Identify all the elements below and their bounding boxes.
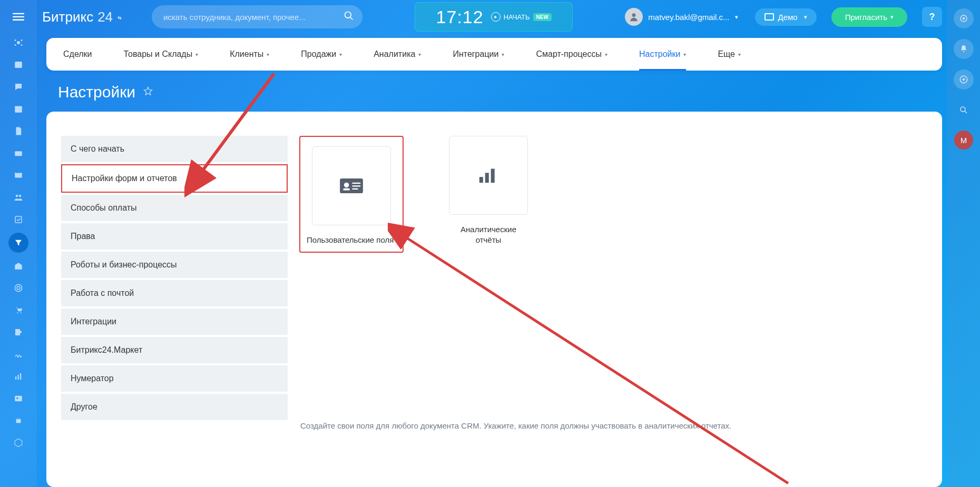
tile-custom-fields[interactable]: Пользовательские поля (299, 136, 404, 253)
nav-tab-products[interactable]: Товары и Склады▾ (124, 38, 199, 71)
arrows-icon[interactable] (954, 69, 974, 90)
target-icon[interactable] (8, 279, 29, 297)
drive-icon[interactable] (8, 144, 29, 162)
svg-rect-37 (352, 188, 358, 190)
svg-rect-23 (20, 373, 21, 380)
nav-tab-settings[interactable]: Настройки▾ (639, 38, 686, 71)
nav-tab-sales[interactable]: Продажи▾ (301, 38, 342, 71)
checkbox-icon[interactable] (8, 211, 29, 228)
cube-icon[interactable] (8, 434, 29, 452)
nav-tab-integrations[interactable]: Интеграции▾ (453, 38, 504, 71)
filter-icon[interactable] (8, 233, 28, 253)
tile-analytic-reports[interactable]: Аналитические отчёты (449, 136, 528, 253)
svg-point-19 (20, 312, 21, 313)
nav-tabs: Сделки Товары и Склады▾ Клиенты▾ Продажи… (46, 38, 942, 71)
chevron-down-icon: ▾ (804, 14, 807, 21)
star-icon[interactable] (143, 86, 153, 98)
tile-label: Аналитические отчёты (449, 224, 528, 246)
svg-point-16 (15, 284, 22, 292)
avatar-badge[interactable]: M (954, 131, 973, 150)
chevron-down-icon: ▾ (890, 14, 894, 21)
bell-icon[interactable] (954, 39, 974, 59)
search-icon[interactable] (344, 11, 356, 23)
nav-tab-deals[interactable]: Сделки (63, 38, 92, 71)
svg-point-14 (19, 195, 22, 197)
description-text: Создайте свои поля для любого документа … (299, 421, 927, 430)
user-menu[interactable]: matvey.bakl@gmail.c... ▾ (625, 8, 738, 26)
clock-start-button[interactable]: НАЧАТЬ NEW (491, 12, 552, 22)
svg-rect-1 (13, 16, 24, 17)
nav-tab-clients[interactable]: Клиенты▾ (230, 38, 269, 71)
clock-widget[interactable]: 17:12 НАЧАТЬ NEW (415, 2, 573, 32)
svg-rect-10 (15, 106, 22, 108)
svg-point-17 (17, 286, 20, 290)
help-button[interactable]: ? (922, 7, 942, 27)
svg-point-5 (21, 39, 23, 41)
svg-rect-38 (479, 177, 483, 183)
svg-point-33 (344, 183, 349, 187)
svg-point-28 (19, 418, 21, 419)
stats-icon[interactable] (8, 367, 29, 385)
id-card-icon (312, 146, 391, 225)
invite-label: Пригласить (845, 13, 887, 22)
warehouse-icon[interactable] (8, 257, 29, 275)
svg-rect-2 (13, 19, 24, 21)
nav-tab-smart-processes[interactable]: Смарт-процессы▾ (536, 38, 607, 71)
svg-rect-34 (343, 188, 350, 191)
cart-icon[interactable] (8, 301, 29, 319)
settings-menu-item-forms-reports[interactable]: Настройки форм и отчетов (61, 164, 288, 193)
search-input[interactable] (152, 5, 362, 28)
copilot-icon[interactable] (954, 8, 974, 28)
screen-icon (765, 13, 774, 21)
activity-stream-icon[interactable] (8, 34, 29, 52)
search-container (152, 5, 362, 28)
avatar-icon (625, 8, 643, 26)
calendar-day-icon[interactable] (8, 56, 29, 74)
document-icon[interactable] (8, 122, 29, 140)
svg-line-41 (404, 236, 788, 483)
settings-menu-item-robots[interactable]: Роботы и бизнес-процессы (61, 252, 288, 278)
svg-point-7 (21, 44, 23, 46)
svg-point-13 (16, 195, 18, 197)
chat-icon[interactable] (8, 78, 29, 96)
page-title-row: Настройки (37, 71, 947, 112)
brand-suffix: 24 (97, 9, 113, 25)
svg-rect-24 (15, 396, 22, 402)
left-rail (0, 0, 37, 487)
demo-button[interactable]: Демо ▾ (755, 8, 817, 26)
brand-settings-icon[interactable] (116, 9, 123, 25)
settings-menu: С чего начать Настройки форм и отчетов С… (61, 136, 288, 472)
nav-tab-more[interactable]: Еще▾ (718, 38, 741, 71)
settings-menu-item-start[interactable]: С чего начать (61, 136, 288, 162)
content-panel: С чего начать Настройки форм и отчетов С… (46, 112, 942, 487)
android-icon[interactable] (8, 412, 29, 430)
right-rail: M (947, 0, 980, 487)
settings-menu-item-mail[interactable]: Работа с почтой (61, 280, 288, 306)
chevron-down-icon: ▾ (735, 14, 738, 21)
settings-menu-item-other[interactable]: Другое (61, 394, 288, 420)
calendar-icon[interactable] (8, 100, 29, 118)
settings-menu-item-numerator[interactable]: Нумератор (61, 365, 288, 392)
invite-button[interactable]: Пригласить ▾ (831, 7, 907, 27)
search-rail-icon[interactable] (954, 100, 974, 120)
clock-time: 17:12 (436, 7, 484, 27)
edit-list-icon[interactable] (8, 323, 29, 341)
people-icon[interactable] (8, 188, 29, 206)
tile-label: Пользовательские поля (307, 235, 396, 245)
brand-name: Битрикс (42, 9, 93, 25)
svg-rect-26 (16, 419, 21, 423)
settings-menu-item-integrations[interactable]: Интеграции (61, 309, 288, 335)
contact-card-icon[interactable] (8, 390, 29, 408)
settings-menu-item-market[interactable]: Битрикс24.Маркет (61, 337, 288, 363)
mail-icon[interactable] (8, 166, 29, 184)
hamburger-menu-button[interactable] (8, 6, 29, 27)
svg-rect-0 (13, 13, 24, 14)
bar-chart-icon (449, 136, 528, 215)
nav-tab-analytics[interactable]: Аналитика▾ (374, 38, 421, 71)
svg-rect-22 (18, 375, 19, 380)
brand-logo[interactable]: Битрикс 24 (42, 9, 123, 25)
settings-menu-item-permissions[interactable]: Права (61, 223, 288, 250)
sign-icon[interactable] (8, 345, 29, 363)
settings-menu-item-payment[interactable]: Способы оплаты (61, 195, 288, 221)
svg-line-30 (350, 17, 353, 20)
